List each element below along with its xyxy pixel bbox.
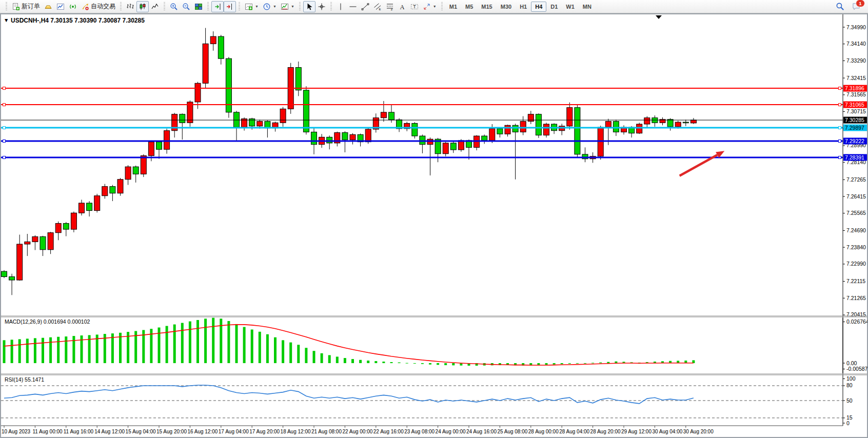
- line-handle[interactable]: [3, 104, 6, 106]
- line-handle[interactable]: [3, 140, 6, 143]
- svg-text:F: F: [391, 8, 393, 11]
- svg-text:7.34990: 7.34990: [846, 24, 866, 30]
- candlestick-series: [2, 28, 697, 295]
- timeframe-d1-button[interactable]: D1: [546, 2, 562, 12]
- svg-text:E: E: [379, 8, 381, 11]
- svg-text:7.22115: 7.22115: [846, 278, 865, 284]
- arrows-button[interactable]: ▼: [421, 1, 439, 12]
- charts-window-button[interactable]: [54, 1, 67, 12]
- channel-button[interactable]: E: [371, 1, 384, 12]
- svg-text:24 Aug 00:00: 24 Aug 00:00: [436, 429, 466, 434]
- zoom-out-button[interactable]: [180, 1, 192, 12]
- svg-text:30 Aug 04:00: 30 Aug 04:00: [652, 429, 682, 434]
- crosshair-button[interactable]: [315, 1, 328, 12]
- toolbar-grip: [6, 2, 7, 11]
- signals-button[interactable]: [67, 1, 79, 12]
- timeframe-m15-button[interactable]: M15: [477, 2, 496, 12]
- line-handle[interactable]: [3, 127, 6, 129]
- main-price-pane: [1, 28, 843, 295]
- price-badge-7.28391: 7.28391: [843, 154, 867, 161]
- svg-text:24 Aug 16:00: 24 Aug 16:00: [466, 429, 497, 434]
- templates-button[interactable]: ▼: [279, 1, 297, 12]
- toolbar-grip: [120, 2, 122, 11]
- svg-text:0.026764: 0.026764: [846, 318, 867, 325]
- chart-shift-button[interactable]: [224, 1, 236, 12]
- svg-text:7.29897: 7.29897: [845, 125, 864, 131]
- toolbar-grip: [164, 2, 165, 11]
- notifications-button[interactable]: 1: [851, 1, 862, 12]
- doc-plus-icon: [12, 3, 20, 11]
- price-badge-7.31896: 7.31896: [843, 85, 867, 92]
- svg-text:T: T: [413, 4, 416, 9]
- line-handle[interactable]: [839, 87, 841, 90]
- chart-mini-icon: [56, 3, 65, 11]
- channel-icon: E: [373, 3, 382, 11]
- horizontal-line-button[interactable]: [347, 1, 359, 12]
- line-handle[interactable]: [3, 156, 6, 158]
- horizontal-line-7.31896[interactable]: [1, 87, 843, 90]
- timeframe-m30-button[interactable]: M30: [497, 2, 516, 12]
- zoom-out-icon: [182, 3, 190, 11]
- svg-text:22 Aug 00:00: 22 Aug 00:00: [342, 429, 372, 434]
- svg-text:21 Aug 08:00: 21 Aug 08:00: [311, 429, 342, 434]
- bars-icon: [126, 3, 134, 11]
- timeframe-h1-button[interactable]: H1: [516, 2, 531, 12]
- svg-text:100: 100: [846, 375, 856, 382]
- line-handle[interactable]: [3, 87, 6, 90]
- horizontal-line-7.31065[interactable]: [1, 104, 843, 106]
- periods-button[interactable]: ▼: [261, 1, 279, 12]
- line-handle[interactable]: [839, 140, 841, 143]
- indicators-button[interactable]: ▼: [243, 1, 261, 12]
- timeframe-m5-button[interactable]: M5: [461, 2, 477, 12]
- svg-text:80: 80: [846, 382, 853, 388]
- zoom-in-button[interactable]: [168, 1, 180, 12]
- trend-arrow-annotation[interactable]: [680, 151, 725, 175]
- price-badge-7.29897: 7.29897: [843, 125, 867, 131]
- timeframe-mn-button[interactable]: MN: [579, 2, 596, 12]
- horizontal-line-7.29897[interactable]: [1, 127, 843, 129]
- autotrade-icon: [81, 3, 89, 11]
- toolbar-grip: [239, 2, 240, 11]
- auto-scroll-button[interactable]: [211, 1, 224, 12]
- svg-text:7.34140: 7.34140: [846, 41, 866, 47]
- line-handle[interactable]: [839, 156, 841, 158]
- time-axis[interactable]: 10 Aug 202311 Aug 00:0011 Aug 16:0014 Au…: [2, 426, 714, 434]
- autotrade-button[interactable]: 自动交易: [79, 1, 117, 12]
- chart-shift-marker[interactable]: [656, 15, 662, 19]
- tile-windows-button[interactable]: [192, 1, 205, 12]
- svg-text:22 Aug 16:00: 22 Aug 16:00: [373, 429, 404, 434]
- crosshair-icon: [318, 3, 326, 11]
- candle-chart-button[interactable]: [136, 1, 149, 12]
- bar-chart-button[interactable]: [124, 1, 136, 12]
- svg-text:0: 0: [846, 420, 850, 426]
- line-handle[interactable]: [839, 104, 841, 106]
- arrows-icon: [423, 3, 431, 11]
- svg-text:▼: ▼: [4, 17, 9, 23]
- svg-text:14 Aug 12:00: 14 Aug 12:00: [94, 429, 125, 434]
- vertical-line-button[interactable]: [334, 1, 347, 12]
- candles-icon: [139, 3, 147, 11]
- trendline-button[interactable]: [359, 1, 371, 12]
- svg-text:28 Aug 20:00: 28 Aug 20:00: [590, 429, 621, 434]
- cursor-button[interactable]: [303, 1, 315, 12]
- line-handle[interactable]: [839, 127, 841, 129]
- fibonacci-button[interactable]: F: [384, 1, 396, 12]
- svg-text:7.22990: 7.22990: [846, 261, 866, 267]
- timeframe-m1-button[interactable]: M1: [445, 2, 461, 12]
- rsi-label: RSI(14) 55.1471: [5, 376, 44, 383]
- toolbar-grip: [207, 2, 209, 11]
- timeframe-w1-button[interactable]: W1: [562, 2, 579, 12]
- text-label-button[interactable]: T: [408, 1, 421, 12]
- text-button[interactable]: A: [396, 1, 408, 12]
- svg-text:7.23840: 7.23840: [846, 244, 866, 250]
- new-order-button[interactable]: 新订单: [10, 1, 42, 12]
- zoom-in-icon: [170, 3, 178, 11]
- price-badge-7.29222: 7.29222: [843, 138, 867, 145]
- notification-badge: 1: [856, 0, 865, 7]
- gold-button[interactable]: [42, 1, 54, 12]
- chevron-down-icon: ▼: [291, 5, 294, 8]
- timeframe-h4-button[interactable]: H4: [531, 2, 546, 12]
- line-chart-button[interactable]: [149, 1, 161, 12]
- svg-text:7.21265: 7.21265: [846, 295, 866, 301]
- search-button[interactable]: [834, 1, 845, 12]
